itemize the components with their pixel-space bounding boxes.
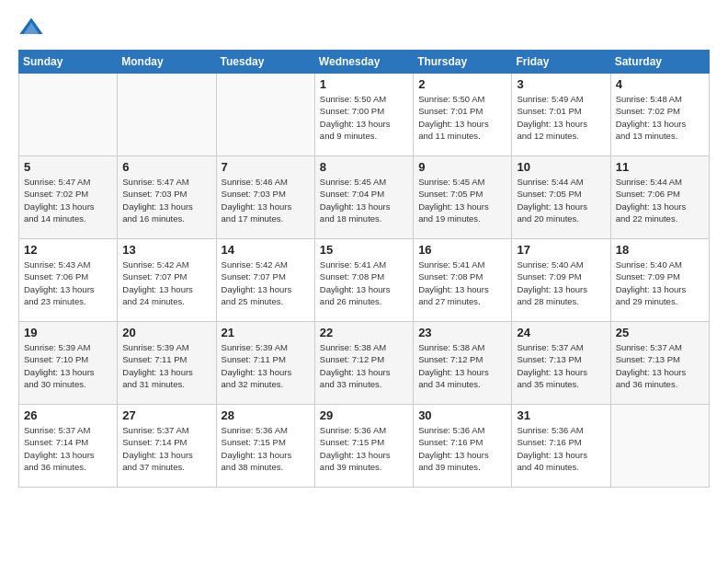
calendar-cell: 28Sunrise: 5:36 AM Sunset: 7:15 PM Dayli… <box>216 405 314 488</box>
calendar-cell: 11Sunrise: 5:44 AM Sunset: 7:06 PM Dayli… <box>610 156 709 239</box>
calendar-week-row: 26Sunrise: 5:37 AM Sunset: 7:14 PM Dayli… <box>19 405 710 488</box>
day-number: 23 <box>418 326 506 339</box>
calendar-cell: 13Sunrise: 5:42 AM Sunset: 7:07 PM Dayli… <box>118 239 216 322</box>
day-number: 25 <box>616 326 704 339</box>
day-info: Sunrise: 5:45 AM Sunset: 7:05 PM Dayligh… <box>418 176 506 224</box>
day-info: Sunrise: 5:42 AM Sunset: 7:07 PM Dayligh… <box>122 259 210 307</box>
calendar-cell: 21Sunrise: 5:39 AM Sunset: 7:11 PM Dayli… <box>216 322 314 405</box>
weekday-header-tuesday: Tuesday <box>216 51 314 74</box>
calendar-cell: 6Sunrise: 5:47 AM Sunset: 7:03 PM Daylig… <box>118 156 216 239</box>
calendar-cell: 2Sunrise: 5:50 AM Sunset: 7:01 PM Daylig… <box>414 74 512 156</box>
day-info: Sunrise: 5:38 AM Sunset: 7:12 PM Dayligh… <box>418 341 506 390</box>
day-info: Sunrise: 5:41 AM Sunset: 7:08 PM Dayligh… <box>418 259 506 307</box>
calendar-cell: 27Sunrise: 5:37 AM Sunset: 7:14 PM Dayli… <box>118 405 216 488</box>
day-number: 1 <box>320 77 408 91</box>
calendar-cell: 9Sunrise: 5:45 AM Sunset: 7:05 PM Daylig… <box>414 156 512 239</box>
day-info: Sunrise: 5:36 AM Sunset: 7:16 PM Dayligh… <box>517 424 605 473</box>
day-number: 20 <box>122 326 210 339</box>
day-number: 18 <box>616 243 704 257</box>
day-info: Sunrise: 5:39 AM Sunset: 7:11 PM Dayligh… <box>122 341 210 390</box>
day-number: 16 <box>418 243 506 257</box>
calendar-cell: 8Sunrise: 5:45 AM Sunset: 7:04 PM Daylig… <box>314 156 413 239</box>
day-number: 30 <box>418 408 506 422</box>
weekday-header-saturday: Saturday <box>610 51 709 74</box>
day-info: Sunrise: 5:47 AM Sunset: 7:03 PM Dayligh… <box>122 176 210 224</box>
day-number: 8 <box>320 160 408 174</box>
calendar-cell: 18Sunrise: 5:40 AM Sunset: 7:09 PM Dayli… <box>610 239 709 322</box>
day-info: Sunrise: 5:37 AM Sunset: 7:13 PM Dayligh… <box>616 341 704 390</box>
day-info: Sunrise: 5:44 AM Sunset: 7:06 PM Dayligh… <box>616 176 704 224</box>
calendar-cell: 14Sunrise: 5:42 AM Sunset: 7:07 PM Dayli… <box>216 239 314 322</box>
day-info: Sunrise: 5:50 AM Sunset: 7:01 PM Dayligh… <box>418 93 506 142</box>
day-number: 28 <box>222 408 310 422</box>
day-info: Sunrise: 5:40 AM Sunset: 7:09 PM Dayligh… <box>616 259 704 307</box>
day-number: 9 <box>418 160 506 174</box>
day-info: Sunrise: 5:36 AM Sunset: 7:15 PM Dayligh… <box>320 424 408 473</box>
weekday-header-thursday: Thursday <box>414 51 512 74</box>
weekday-header-sunday: Sunday <box>19 51 118 74</box>
day-number: 2 <box>418 77 506 91</box>
day-number: 4 <box>616 77 704 91</box>
logo-icon <box>18 15 44 40</box>
page-header <box>18 15 710 40</box>
calendar-cell: 12Sunrise: 5:43 AM Sunset: 7:06 PM Dayli… <box>19 239 118 322</box>
day-number: 29 <box>320 408 408 422</box>
day-info: Sunrise: 5:39 AM Sunset: 7:11 PM Dayligh… <box>222 341 310 390</box>
calendar-cell: 31Sunrise: 5:36 AM Sunset: 7:16 PM Dayli… <box>512 405 610 488</box>
day-info: Sunrise: 5:48 AM Sunset: 7:02 PM Dayligh… <box>616 93 704 142</box>
day-number: 10 <box>517 160 605 174</box>
weekday-header-wednesday: Wednesday <box>314 51 413 74</box>
calendar-header: SundayMondayTuesdayWednesdayThursdayFrid… <box>19 51 710 74</box>
logo <box>18 15 48 40</box>
calendar-week-row: 12Sunrise: 5:43 AM Sunset: 7:06 PM Dayli… <box>19 239 710 322</box>
weekday-header-monday: Monday <box>118 51 216 74</box>
day-number: 11 <box>616 160 704 174</box>
day-info: Sunrise: 5:49 AM Sunset: 7:01 PM Dayligh… <box>517 93 605 142</box>
day-number: 7 <box>222 160 310 174</box>
day-info: Sunrise: 5:41 AM Sunset: 7:08 PM Dayligh… <box>320 259 408 307</box>
day-info: Sunrise: 5:38 AM Sunset: 7:12 PM Dayligh… <box>320 341 408 390</box>
day-info: Sunrise: 5:50 AM Sunset: 7:00 PM Dayligh… <box>320 93 408 142</box>
day-number: 22 <box>320 326 408 339</box>
calendar-cell: 5Sunrise: 5:47 AM Sunset: 7:02 PM Daylig… <box>19 156 118 239</box>
calendar-cell: 7Sunrise: 5:46 AM Sunset: 7:03 PM Daylig… <box>216 156 314 239</box>
calendar-cell: 25Sunrise: 5:37 AM Sunset: 7:13 PM Dayli… <box>610 322 709 405</box>
day-number: 12 <box>24 243 112 257</box>
day-number: 19 <box>24 326 112 339</box>
calendar-cell: 1Sunrise: 5:50 AM Sunset: 7:00 PM Daylig… <box>314 74 413 156</box>
calendar-week-row: 5Sunrise: 5:47 AM Sunset: 7:02 PM Daylig… <box>19 156 710 239</box>
day-info: Sunrise: 5:44 AM Sunset: 7:05 PM Dayligh… <box>517 176 605 224</box>
day-number: 24 <box>517 326 605 339</box>
calendar-cell <box>610 405 709 488</box>
calendar-cell: 22Sunrise: 5:38 AM Sunset: 7:12 PM Dayli… <box>314 322 413 405</box>
day-info: Sunrise: 5:47 AM Sunset: 7:02 PM Dayligh… <box>24 176 112 224</box>
calendar-table: SundayMondayTuesdayWednesdayThursdayFrid… <box>18 50 710 488</box>
calendar-cell: 17Sunrise: 5:40 AM Sunset: 7:09 PM Dayli… <box>512 239 610 322</box>
day-number: 6 <box>122 160 210 174</box>
calendar-cell <box>216 74 314 156</box>
calendar-cell: 19Sunrise: 5:39 AM Sunset: 7:10 PM Dayli… <box>19 322 118 405</box>
day-info: Sunrise: 5:37 AM Sunset: 7:14 PM Dayligh… <box>122 424 210 473</box>
day-info: Sunrise: 5:36 AM Sunset: 7:16 PM Dayligh… <box>418 424 506 473</box>
day-number: 31 <box>517 408 605 422</box>
calendar-cell: 20Sunrise: 5:39 AM Sunset: 7:11 PM Dayli… <box>118 322 216 405</box>
day-info: Sunrise: 5:46 AM Sunset: 7:03 PM Dayligh… <box>222 176 310 224</box>
day-info: Sunrise: 5:37 AM Sunset: 7:13 PM Dayligh… <box>517 341 605 390</box>
calendar-body: 1Sunrise: 5:50 AM Sunset: 7:00 PM Daylig… <box>19 74 710 488</box>
calendar-cell: 30Sunrise: 5:36 AM Sunset: 7:16 PM Dayli… <box>414 405 512 488</box>
day-number: 21 <box>222 326 310 339</box>
day-number: 27 <box>122 408 210 422</box>
calendar-cell <box>118 74 216 156</box>
calendar-cell: 24Sunrise: 5:37 AM Sunset: 7:13 PM Dayli… <box>512 322 610 405</box>
day-info: Sunrise: 5:37 AM Sunset: 7:14 PM Dayligh… <box>24 424 112 473</box>
weekday-header-friday: Friday <box>512 51 610 74</box>
day-number: 17 <box>517 243 605 257</box>
day-info: Sunrise: 5:42 AM Sunset: 7:07 PM Dayligh… <box>222 259 310 307</box>
day-info: Sunrise: 5:39 AM Sunset: 7:10 PM Dayligh… <box>24 341 112 390</box>
day-number: 5 <box>24 160 112 174</box>
day-number: 15 <box>320 243 408 257</box>
calendar-cell: 3Sunrise: 5:49 AM Sunset: 7:01 PM Daylig… <box>512 74 610 156</box>
day-info: Sunrise: 5:45 AM Sunset: 7:04 PM Dayligh… <box>320 176 408 224</box>
calendar-week-row: 1Sunrise: 5:50 AM Sunset: 7:00 PM Daylig… <box>19 74 710 156</box>
calendar-cell: 15Sunrise: 5:41 AM Sunset: 7:08 PM Dayli… <box>314 239 413 322</box>
